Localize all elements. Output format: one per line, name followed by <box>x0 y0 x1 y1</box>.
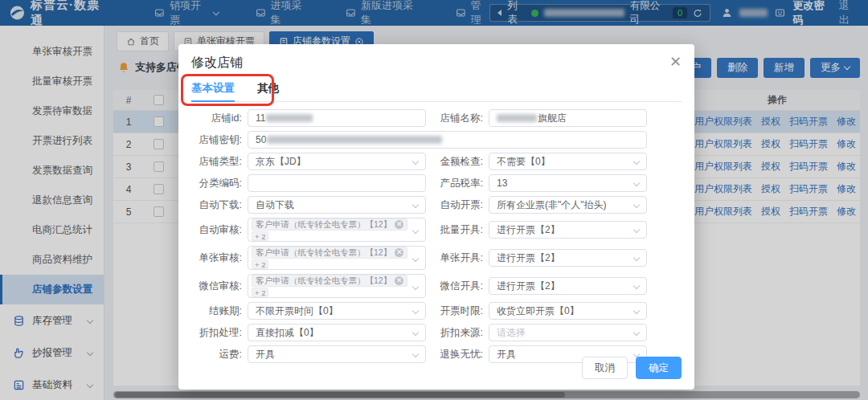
chevron-down-icon <box>412 308 419 314</box>
auto-invoice-select[interactable]: 所有企业票(非"个人"抬头) <box>489 196 647 214</box>
auto-audit-multiselect[interactable]: 客户申请（纸专转全电专票）【12】 ✕ + 2 <box>248 218 426 242</box>
chevron-down-icon <box>412 158 419 165</box>
discount-handle-select[interactable]: 直接扣减【0】 <box>248 324 426 341</box>
shop-secret-input[interactable]: 50 <box>248 131 647 149</box>
chevron-down-icon <box>633 308 640 314</box>
more-tags-badge: + 2 <box>252 231 268 241</box>
discount-source-select[interactable]: 请选择 <box>489 324 647 341</box>
confirm-button[interactable]: 确定 <box>636 357 682 379</box>
batch-issue-select[interactable]: 进行开票【2】 <box>489 221 647 239</box>
edit-shop-modal: 修改店铺 ✕ 基本设置 其他 店铺id: 11 店铺名称: 旗舰店 <box>178 44 694 390</box>
chevron-down-icon <box>412 351 419 357</box>
tag-close-icon[interactable]: ✕ <box>395 220 403 229</box>
tab-basic-settings[interactable]: 基本设置 <box>191 81 235 101</box>
settle-period-select[interactable]: 不限开票时间【0】 <box>248 302 426 320</box>
modal-title: 修改店铺 <box>191 55 243 71</box>
shop-id-input[interactable]: 11 <box>248 109 426 127</box>
chevron-down-icon <box>633 255 640 261</box>
chevron-down-icon <box>412 284 419 290</box>
shop-form: 店铺id: 11 店铺名称: 旗舰店 店铺密钥: 50 <box>178 102 694 363</box>
tag-close-icon[interactable]: ✕ <box>395 276 403 285</box>
selected-tag: 客户申请（纸专转全电专票）【12】 ✕ <box>252 247 407 259</box>
tax-rate-select[interactable]: 13 <box>489 174 647 192</box>
selected-tag: 客户申请（纸专转全电专票）【12】 ✕ <box>252 275 407 287</box>
redacted-value <box>267 136 442 144</box>
app-screen: 标普云·数票通 销项开票 进项采集 新版进项采集 管理 <box>0 0 868 400</box>
chevron-down-icon <box>412 329 419 336</box>
invoice-limit-select[interactable]: 收货立即开票【0】 <box>489 302 647 320</box>
shop-type-select[interactable]: 京东【JD】 <box>248 153 426 170</box>
modal-footer: 取消 确定 <box>582 357 682 379</box>
auto-download-select[interactable]: 自动下载 <box>248 196 426 214</box>
wechat-issue-select[interactable]: 进行开票【2】 <box>489 277 647 295</box>
cancel-button[interactable]: 取消 <box>582 357 628 379</box>
shop-name-input[interactable]: 旗舰店 <box>489 109 647 127</box>
more-tags-badge: + 2 <box>252 259 268 269</box>
chevron-down-icon <box>412 202 419 208</box>
chevron-down-icon <box>633 227 640 233</box>
more-tags-badge: + 2 <box>252 288 268 297</box>
amount-check-select[interactable]: 不需要【0】 <box>489 153 647 170</box>
chevron-down-icon <box>633 202 640 208</box>
selected-tag: 客户申请（纸专转全电专票）【12】 ✕ <box>252 218 407 231</box>
single-audit-multiselect[interactable]: 客户申请（纸专转全电专票）【12】 ✕ + 2 <box>248 246 426 270</box>
freight-select[interactable]: 开具 <box>248 345 426 363</box>
chevron-down-icon <box>412 227 419 234</box>
chevron-down-icon <box>633 180 640 186</box>
chevron-down-icon <box>633 283 640 289</box>
tag-close-icon[interactable]: ✕ <box>395 248 403 257</box>
wechat-audit-multiselect[interactable]: 客户申请（纸专转全电专票）【12】 ✕ + 2 <box>248 274 426 298</box>
redacted-value <box>497 114 537 122</box>
chevron-down-icon <box>633 329 640 336</box>
modal-tabs: 基本设置 其他 <box>191 81 682 102</box>
chevron-down-icon <box>412 255 419 262</box>
redacted-value <box>266 114 313 122</box>
category-code-input[interactable] <box>248 174 426 192</box>
tab-other[interactable]: 其他 <box>257 81 279 101</box>
chevron-down-icon <box>633 158 640 165</box>
close-icon[interactable]: ✕ <box>669 55 682 69</box>
single-issue-select[interactable]: 进行开票【2】 <box>489 249 647 267</box>
